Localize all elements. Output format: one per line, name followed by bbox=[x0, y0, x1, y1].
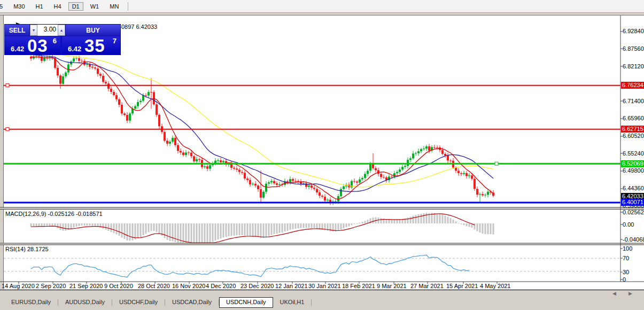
one-click-trading-panel: SELL ▼ 3.00 ▲ BUY 6.42 03 6 6.42 35 7 bbox=[4, 24, 121, 55]
price-axis-label: 6.92840 bbox=[623, 28, 644, 34]
date-label: 4 May 2021 bbox=[480, 283, 510, 289]
date-label: 30 Jan 2021 bbox=[308, 283, 341, 289]
date-label: 21 Sep 2020 bbox=[69, 283, 103, 289]
tab-scroll-left-icon[interactable]: ◀ bbox=[612, 291, 616, 296]
indicator-axis-label: 0 bbox=[623, 276, 626, 283]
chart-tab-ukoil[interactable]: UKOil,H1 bbox=[273, 297, 312, 308]
volume-increase-button[interactable]: ▲ bbox=[58, 25, 65, 36]
price-axis-tag: 6.40071 bbox=[621, 199, 644, 206]
pane-splitter bbox=[0, 207, 644, 210]
date-label: 2 Sep 2020 bbox=[36, 283, 66, 289]
indicator-axis-label: 100 bbox=[623, 245, 632, 252]
date-label: 18 Feb 2021 bbox=[342, 283, 375, 289]
indicator-axis-label: 0.00 bbox=[623, 221, 634, 228]
sell-price-tile[interactable]: 6.42 03 6 bbox=[5, 36, 60, 55]
volume-input[interactable]: 3.00 bbox=[37, 25, 58, 36]
indicator-axis-label: 70 bbox=[623, 255, 629, 261]
date-label: 9 Mar 2021 bbox=[377, 283, 407, 289]
price-axis-label: 6.44360 bbox=[623, 185, 644, 191]
date-label: 15 Apr 2021 bbox=[446, 283, 478, 289]
buy-price-prefix: 6.42 bbox=[68, 45, 81, 53]
price-axis-label: 6.71400 bbox=[623, 98, 644, 104]
chart-tab-usdcnh[interactable]: USDCNH,Daily bbox=[219, 297, 273, 308]
line-handle-marker bbox=[6, 84, 9, 87]
price-axis-tag: 6.62715 bbox=[621, 126, 644, 133]
volume-decrease-button[interactable]: ▼ bbox=[30, 25, 37, 36]
line-handle-marker bbox=[6, 128, 9, 131]
date-label: 23 Dec 2020 bbox=[240, 283, 274, 289]
buy-button[interactable]: BUY bbox=[65, 25, 120, 36]
buy-price-big-digits: 35 bbox=[84, 36, 105, 56]
price-axis-label: 6.49800 bbox=[623, 167, 644, 174]
date-label: 16 Nov 2020 bbox=[172, 283, 205, 289]
rsi-label: RSI(14) 28.1725 bbox=[5, 246, 49, 252]
tab-scroll-right-icon[interactable]: ▶ bbox=[629, 291, 632, 296]
chart-tab-eurusd[interactable]: EURUSD,Daily bbox=[4, 297, 58, 308]
macd-label: MACD(12,26,9) -0.025126 -0.018571 bbox=[5, 211, 103, 217]
date-label: 4 Dec 2020 bbox=[206, 283, 236, 289]
buy-price-pip-digit: 7 bbox=[113, 37, 117, 45]
sell-button[interactable]: SELL bbox=[5, 25, 30, 36]
line-handle-marker bbox=[495, 162, 498, 165]
indicator-axis-label: -0.04068 bbox=[623, 236, 644, 243]
price-axis-label: 6.55240 bbox=[623, 150, 644, 157]
date-label: 9 Oct 2020 bbox=[104, 283, 133, 289]
tab-scroll-strip: ◀ ▶ bbox=[0, 290, 644, 298]
chart-tab-audusd[interactable]: AUDUSD,Daily bbox=[58, 297, 112, 308]
sell-price-big-digits: 03 bbox=[27, 36, 48, 56]
chart-tab-usdchf[interactable]: USDCHF,Daily bbox=[112, 297, 165, 308]
chart-tab-usdcad[interactable]: USDCAD,Daily bbox=[165, 297, 219, 308]
chart-tab-bar: EURUSD,DailyAUDUSD,DailyUSDCHF,DailyUSDC… bbox=[0, 297, 644, 310]
buy-price-tile[interactable]: 6.42 35 7 bbox=[62, 36, 120, 55]
price-axis-label: 6.82120 bbox=[623, 63, 644, 69]
sell-price-pip-digit: 6 bbox=[53, 37, 57, 45]
trading-terminal: 5M30H1H4D1W1MN USDCNH,Daily 6.40898 6.42… bbox=[0, 0, 644, 310]
price-axis-label: 6.60520 bbox=[623, 133, 644, 139]
date-label: 12 Jan 2021 bbox=[275, 283, 308, 289]
date-label: 14 Aug 2020 bbox=[2, 283, 35, 289]
indicator-axis-label: 0.025623 bbox=[623, 209, 644, 215]
price-axis-tag: 6.52069 bbox=[621, 160, 644, 167]
indicator-axis-label: 30 bbox=[623, 269, 629, 275]
date-label: 27 Mar 2021 bbox=[410, 283, 444, 289]
tab-separator bbox=[311, 299, 312, 306]
price-axis-tag: 6.76234 bbox=[621, 82, 644, 89]
date-label: 28 Oct 2020 bbox=[138, 283, 170, 289]
price-axis-label: 6.87560 bbox=[623, 45, 644, 52]
price-axis-label: 6.65960 bbox=[623, 115, 644, 121]
sell-price-prefix: 6.42 bbox=[11, 45, 24, 53]
